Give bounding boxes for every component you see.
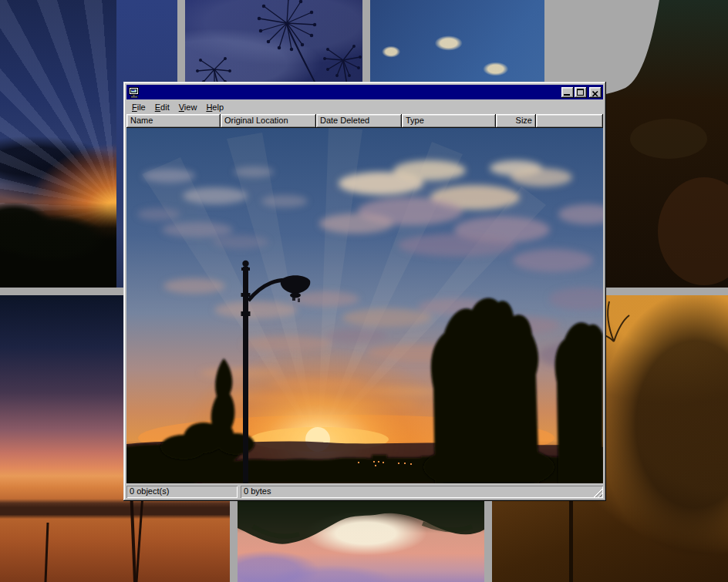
status-bar: 0 object(s) 0 bytes bbox=[126, 483, 603, 498]
column-header-date-deleted[interactable]: Date Deleted bbox=[316, 114, 402, 128]
column-header-size[interactable]: Size bbox=[496, 114, 536, 128]
close-icon bbox=[592, 89, 598, 99]
maximize-icon bbox=[577, 89, 584, 96]
column-header-row: Name Original Location Date Deleted Type… bbox=[126, 114, 603, 128]
column-header-original-location[interactable]: Original Location bbox=[221, 114, 316, 128]
menu-edit[interactable]: Edit bbox=[150, 101, 174, 113]
list-view-client-area[interactable] bbox=[126, 128, 603, 483]
menu-file[interactable]: File bbox=[127, 101, 150, 113]
window: File Edit View Help Name Original Locati… bbox=[123, 82, 606, 501]
menu-view[interactable]: View bbox=[174, 101, 202, 113]
minimize-button[interactable] bbox=[561, 87, 574, 98]
window-titlebar[interactable] bbox=[126, 85, 603, 99]
column-header-name[interactable]: Name bbox=[126, 114, 221, 128]
sunset-lamp-photo bbox=[126, 128, 603, 483]
computer-icon[interactable] bbox=[128, 86, 140, 99]
desktop: { "window": { "title": "", "menu": { "it… bbox=[0, 0, 728, 582]
wallpaper-tile-sunray-photo bbox=[0, 0, 116, 288]
maximize-button[interactable] bbox=[575, 87, 587, 98]
close-button[interactable] bbox=[589, 87, 602, 98]
status-size: 0 bytes bbox=[241, 486, 603, 498]
column-header-type[interactable]: Type bbox=[402, 114, 496, 128]
minimize-icon bbox=[564, 94, 570, 96]
menu-bar: File Edit View Help bbox=[126, 99, 603, 114]
tree-silhouette bbox=[0, 203, 116, 288]
menu-help[interactable]: Help bbox=[201, 101, 228, 113]
status-object-count: 0 object(s) bbox=[126, 486, 238, 498]
column-header-filler[interactable] bbox=[536, 114, 603, 128]
